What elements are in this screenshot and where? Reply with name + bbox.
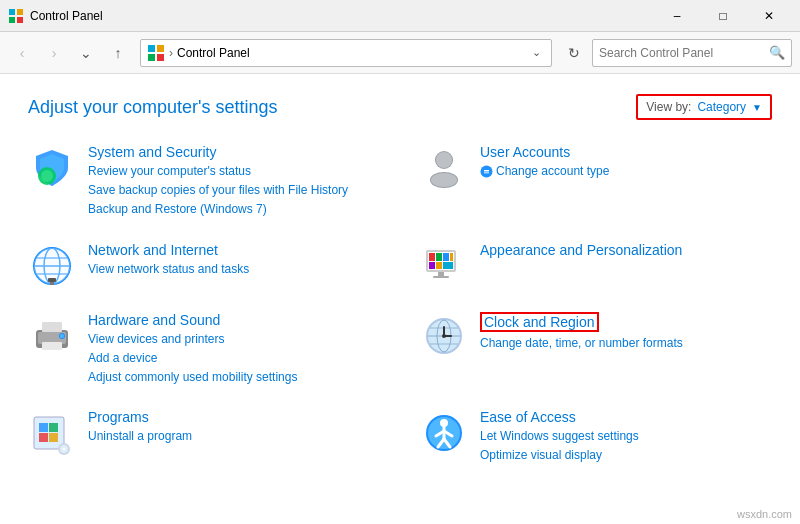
forward-button[interactable]: › — [40, 39, 68, 67]
svg-rect-39 — [42, 342, 62, 350]
clock-region-content: Clock and Region Change date, time, or n… — [480, 312, 683, 353]
system-security-icon — [28, 144, 76, 192]
categories-grid: System and Security Review your computer… — [28, 144, 772, 488]
category-clock-region: Clock and Region Change date, time, or n… — [420, 312, 772, 388]
clock-region-link-1[interactable]: Change date, time, or number formats — [480, 334, 683, 353]
ease-of-access-link-1[interactable]: Let Windows suggest settings — [480, 427, 639, 446]
svg-point-12 — [436, 152, 452, 168]
network-internet-content: Network and Internet View network status… — [88, 242, 249, 279]
category-programs: Programs Uninstall a program — [28, 409, 380, 465]
svg-point-9 — [41, 170, 53, 182]
system-security-link-2[interactable]: Save backup copies of your files with Fi… — [88, 181, 348, 200]
system-security-link-3[interactable]: Backup and Restore (Windows 7) — [88, 200, 348, 219]
svg-rect-24 — [50, 282, 54, 285]
svg-rect-28 — [436, 253, 442, 261]
system-security-content: System and Security Review your computer… — [88, 144, 348, 220]
watermark: wsxdn.com — [737, 508, 792, 520]
svg-rect-15 — [484, 170, 489, 172]
svg-rect-55 — [39, 433, 48, 442]
system-security-title[interactable]: System and Security — [88, 144, 348, 160]
svg-rect-29 — [443, 253, 449, 261]
view-by-control[interactable]: View by: Category ▼ — [636, 94, 772, 120]
svg-rect-38 — [42, 322, 62, 332]
svg-rect-1 — [17, 9, 23, 15]
svg-rect-6 — [148, 54, 155, 61]
svg-rect-4 — [148, 45, 155, 52]
minimize-button[interactable]: – — [654, 0, 700, 32]
search-box[interactable]: 🔍 — [592, 39, 792, 67]
clock-region-icon — [420, 312, 468, 360]
search-icon[interactable]: 🔍 — [769, 45, 785, 60]
address-bar[interactable]: › Control Panel ⌄ — [140, 39, 552, 67]
close-button[interactable]: ✕ — [746, 0, 792, 32]
hardware-sound-link-2[interactable]: Add a device — [88, 349, 297, 368]
back-button[interactable]: ‹ — [8, 39, 36, 67]
svg-rect-16 — [484, 172, 489, 174]
navigation-bar: ‹ › ⌄ ↑ › Control Panel ⌄ ↻ 🔍 — [0, 32, 800, 74]
clock-region-title[interactable]: Clock and Region — [480, 312, 599, 332]
view-by-label: View by: — [646, 100, 691, 114]
svg-rect-31 — [429, 262, 435, 269]
svg-rect-33 — [443, 262, 453, 269]
system-security-link-1[interactable]: Review your computer's status — [88, 162, 348, 181]
up-button[interactable]: ↑ — [104, 39, 132, 67]
address-separator: › — [169, 46, 173, 60]
view-by-chevron-icon[interactable]: ▼ — [752, 102, 762, 113]
svg-point-13 — [431, 173, 457, 187]
svg-rect-34 — [438, 272, 444, 276]
ease-of-access-icon — [420, 409, 468, 457]
programs-title[interactable]: Programs — [88, 409, 192, 425]
svg-rect-35 — [433, 276, 449, 278]
refresh-button[interactable]: ↻ — [560, 39, 588, 67]
appearance-icon — [420, 242, 468, 290]
svg-rect-2 — [9, 17, 15, 23]
category-system-security: System and Security Review your computer… — [28, 144, 380, 220]
hardware-sound-title[interactable]: Hardware and Sound — [88, 312, 297, 328]
ease-of-access-title[interactable]: Ease of Access — [480, 409, 639, 425]
appearance-title[interactable]: Appearance and Personalization — [480, 242, 682, 258]
svg-point-59 — [63, 448, 66, 451]
main-content: Adjust your computer's settings View by:… — [0, 74, 800, 524]
svg-rect-0 — [9, 9, 15, 15]
network-internet-link-1[interactable]: View network status and tasks — [88, 260, 249, 279]
category-ease-of-access: Ease of Access Let Windows suggest setti… — [420, 409, 772, 465]
window-controls: – □ ✕ — [654, 0, 792, 32]
hardware-sound-link-1[interactable]: View devices and printers — [88, 330, 297, 349]
recent-button[interactable]: ⌄ — [72, 39, 100, 67]
ease-of-access-content: Ease of Access Let Windows suggest setti… — [480, 409, 639, 465]
address-text: Control Panel — [177, 46, 528, 60]
page-title: Adjust your computer's settings — [28, 97, 278, 118]
category-hardware-sound: Hardware and Sound View devices and prin… — [28, 312, 380, 388]
search-input[interactable] — [599, 46, 769, 60]
user-accounts-link-1[interactable]: Change account type — [480, 162, 609, 184]
hardware-sound-icon — [28, 312, 76, 360]
window-title: Control Panel — [30, 9, 654, 23]
svg-rect-53 — [39, 423, 48, 432]
page-header: Adjust your computer's settings View by:… — [28, 94, 772, 120]
svg-rect-27 — [429, 253, 435, 261]
category-user-accounts: User Accounts Change account type — [420, 144, 772, 220]
svg-rect-7 — [157, 54, 164, 61]
svg-point-41 — [60, 334, 64, 338]
user-accounts-content: User Accounts Change account type — [480, 144, 609, 184]
user-accounts-icon — [420, 144, 468, 192]
network-internet-title[interactable]: Network and Internet — [88, 242, 249, 258]
svg-rect-30 — [450, 253, 453, 261]
category-network-internet: Network and Internet View network status… — [28, 242, 380, 290]
appearance-content: Appearance and Personalization — [480, 242, 682, 260]
hardware-sound-link-3[interactable]: Adjust commonly used mobility settings — [88, 368, 297, 387]
address-dropdown-icon[interactable]: ⌄ — [528, 46, 545, 59]
maximize-button[interactable]: □ — [700, 0, 746, 32]
svg-rect-32 — [436, 262, 442, 269]
address-bar-icon — [147, 44, 165, 62]
ease-of-access-link-2[interactable]: Optimize visual display — [480, 446, 639, 465]
svg-rect-23 — [48, 278, 56, 282]
svg-rect-3 — [17, 17, 23, 23]
hardware-sound-content: Hardware and Sound View devices and prin… — [88, 312, 297, 388]
user-accounts-title[interactable]: User Accounts — [480, 144, 609, 160]
view-by-value[interactable]: Category — [697, 100, 746, 114]
titlebar: Control Panel – □ ✕ — [0, 0, 800, 32]
programs-link-1[interactable]: Uninstall a program — [88, 427, 192, 446]
programs-icon — [28, 409, 76, 457]
app-icon — [8, 8, 24, 24]
